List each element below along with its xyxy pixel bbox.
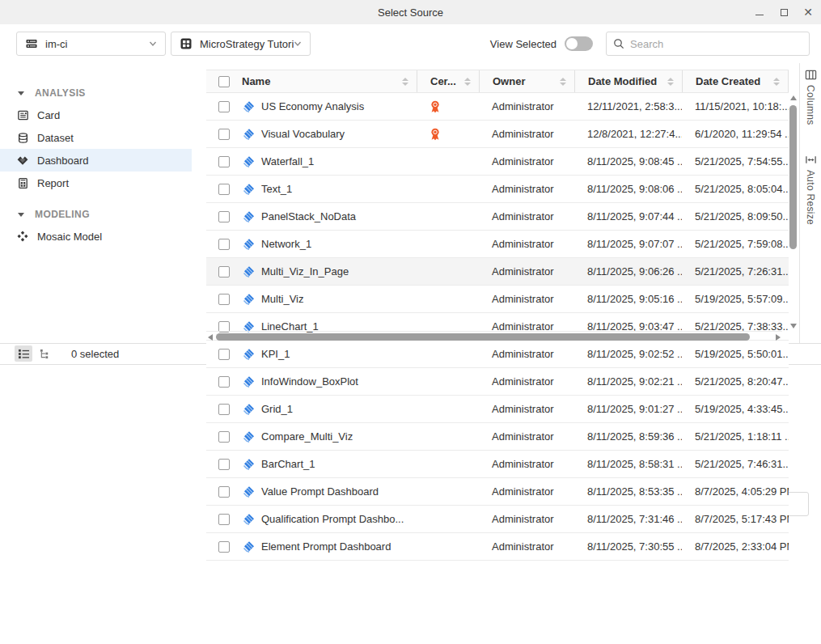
sidebar-item-card[interactable]: Card xyxy=(0,104,192,126)
row-checkbox[interactable] xyxy=(218,101,230,112)
table-row[interactable]: US Economy Analysis Administrator 12/11/… xyxy=(206,93,789,121)
row-date-created: 5/21/2025, 8:05:04... xyxy=(682,176,789,202)
row-checkbox[interactable] xyxy=(218,184,230,195)
column-header-date-modified[interactable]: Date Modified xyxy=(574,70,682,92)
row-checkbox[interactable] xyxy=(218,431,230,443)
sort-icon[interactable] xyxy=(560,78,566,86)
sort-icon[interactable] xyxy=(402,78,408,86)
table-row[interactable]: BarChart_1 Administrator 8/11/2025, 8:58… xyxy=(206,451,789,478)
dashboard-file-icon xyxy=(242,238,255,251)
column-header-date-created[interactable]: Date Created xyxy=(682,70,789,92)
right-rail: Columns Auto Resize xyxy=(799,63,821,343)
column-header-name[interactable]: Name xyxy=(242,70,417,92)
row-date-created: 8/7/2025, 2:33:04 PM xyxy=(682,533,789,560)
scroll-up-icon[interactable] xyxy=(790,95,797,100)
sidebar-item-dataset[interactable]: Dataset xyxy=(0,126,192,149)
row-checkbox[interactable] xyxy=(218,541,230,553)
selected-count: 0 selected xyxy=(71,348,119,360)
row-date-created: 5/21/2025, 1:18:11 ... xyxy=(682,423,789,450)
table-row[interactable]: Element Prompt Dashboard Administrator 8… xyxy=(206,533,789,561)
row-name: Text_1 xyxy=(261,183,292,195)
sidebar-section-modeling[interactable]: MODELING xyxy=(0,204,206,225)
vertical-scrollbar[interactable] xyxy=(789,94,798,330)
table-row[interactable]: InfoWindow_BoxPlot Administrator 8/11/20… xyxy=(206,368,789,396)
environment-dropdown[interactable]: im-ci xyxy=(16,32,166,56)
scroll-right-icon[interactable] xyxy=(776,334,781,341)
row-checkbox[interactable] xyxy=(218,376,230,388)
row-checkbox[interactable] xyxy=(218,156,230,167)
row-name: Value Prompt Dashboard xyxy=(261,485,379,498)
select-all-checkbox[interactable] xyxy=(218,76,230,87)
dashboard-file-icon xyxy=(242,403,255,416)
row-certified xyxy=(417,286,479,312)
table-row[interactable]: PanelStack_NoData Administrator 8/11/202… xyxy=(206,203,789,231)
row-date-created: 8/7/2025, 4:05:29 PM xyxy=(682,478,789,505)
row-certified xyxy=(417,121,479,147)
row-checkbox[interactable] xyxy=(218,404,230,415)
tree-view-button[interactable] xyxy=(36,345,53,362)
row-name: Element Prompt Dashboard xyxy=(261,540,391,553)
scroll-down-icon[interactable] xyxy=(790,324,797,328)
auto-resize-button[interactable]: Auto Resize xyxy=(805,154,817,225)
column-header-certified[interactable]: Cer... xyxy=(417,70,479,92)
table-content: Name Cer... Owner Date Modified Date Cre… xyxy=(206,63,799,343)
table-row[interactable]: Compare_Multi_Viz Administrator 8/11/202… xyxy=(206,423,789,451)
table-row[interactable]: Waterfall_1 Administrator 8/11/2025, 9:0… xyxy=(206,148,789,176)
table-row[interactable]: Multi_Viz_In_Page Administrator 8/11/202… xyxy=(206,258,789,286)
search-input[interactable] xyxy=(630,38,802,50)
sidebar-item-dashboard[interactable]: Dashboard xyxy=(0,149,192,172)
row-name: KPI_1 xyxy=(261,348,290,360)
section-label: MODELING xyxy=(35,209,90,220)
sort-icon[interactable] xyxy=(667,78,674,86)
horizontal-scroll-thumb[interactable] xyxy=(216,333,750,341)
sidebar-item-mosaic-model[interactable]: Mosaic Model xyxy=(0,225,192,248)
toolbar: im-ci MicroStrategy Tutorial View Select… xyxy=(0,24,821,63)
row-owner: Administrator xyxy=(479,506,574,532)
sidebar-section-analysis[interactable]: ANALYSIS xyxy=(0,83,206,104)
list-view-button[interactable] xyxy=(15,345,32,362)
maximize-button[interactable] xyxy=(777,6,790,19)
table-row[interactable]: Qualification Prompt Dashbo... Administr… xyxy=(206,506,789,533)
row-name: Qualification Prompt Dashbo... xyxy=(261,513,404,525)
column-header-owner[interactable]: Owner xyxy=(479,70,574,92)
row-checkbox[interactable] xyxy=(218,459,230,470)
project-dropdown[interactable]: MicroStrategy Tutorial xyxy=(171,32,311,56)
table-row[interactable]: Grid_1 Administrator 8/11/2025, 9:01:27 … xyxy=(206,396,789,423)
horizontal-scrollbar[interactable] xyxy=(206,331,782,343)
row-checkbox[interactable] xyxy=(218,211,230,222)
report-icon xyxy=(16,176,29,189)
columns-panel-button[interactable]: Columns xyxy=(805,69,817,125)
row-owner: Administrator xyxy=(479,423,574,450)
table-row[interactable]: Text_1 Administrator 8/11/2025, 9:08:06 … xyxy=(206,176,789,203)
row-certified xyxy=(417,368,479,395)
row-checkbox[interactable] xyxy=(218,514,230,525)
row-checkbox[interactable] xyxy=(218,129,230,140)
minimize-button[interactable] xyxy=(753,6,766,19)
row-date-modified: 8/11/2025, 9:02:21 ... xyxy=(574,368,682,395)
close-button[interactable]: ✕ xyxy=(802,6,815,19)
certified-badge-icon xyxy=(430,100,441,113)
environment-dropdown-label: im-ci xyxy=(45,38,149,50)
row-date-modified: 8/11/2025, 8:59:36 ... xyxy=(574,423,682,450)
scroll-left-icon[interactable] xyxy=(208,334,213,341)
sidebar-item-report[interactable]: Report xyxy=(0,172,192,194)
table-row[interactable]: KPI_1 Administrator 8/11/2025, 9:02:52 .… xyxy=(206,341,789,368)
table-row[interactable]: Visual Vocabulary Administrator 12/8/202… xyxy=(206,121,789,148)
collapse-triangle-icon xyxy=(18,213,24,217)
row-checkbox[interactable] xyxy=(218,239,230,250)
sort-icon[interactable] xyxy=(773,78,780,86)
view-selected-toggle[interactable] xyxy=(565,36,593,51)
sort-icon[interactable] xyxy=(464,78,471,86)
table-row[interactable]: Network_1 Administrator 8/11/2025, 9:07:… xyxy=(206,231,789,258)
row-checkbox[interactable] xyxy=(218,486,230,498)
row-checkbox[interactable] xyxy=(218,349,230,360)
row-certified xyxy=(417,176,479,202)
row-name: Compare_Multi_Viz xyxy=(261,430,353,443)
mosaic-model-icon xyxy=(16,230,29,243)
table-row[interactable]: Value Prompt Dashboard Administrator 8/1… xyxy=(206,478,789,506)
minimize-icon xyxy=(755,15,764,15)
table-row[interactable]: Multi_Viz Administrator 8/11/2025, 9:05:… xyxy=(206,286,789,313)
vertical-scroll-thumb[interactable] xyxy=(789,105,797,249)
row-checkbox[interactable] xyxy=(218,294,230,305)
row-checkbox[interactable] xyxy=(218,266,230,278)
